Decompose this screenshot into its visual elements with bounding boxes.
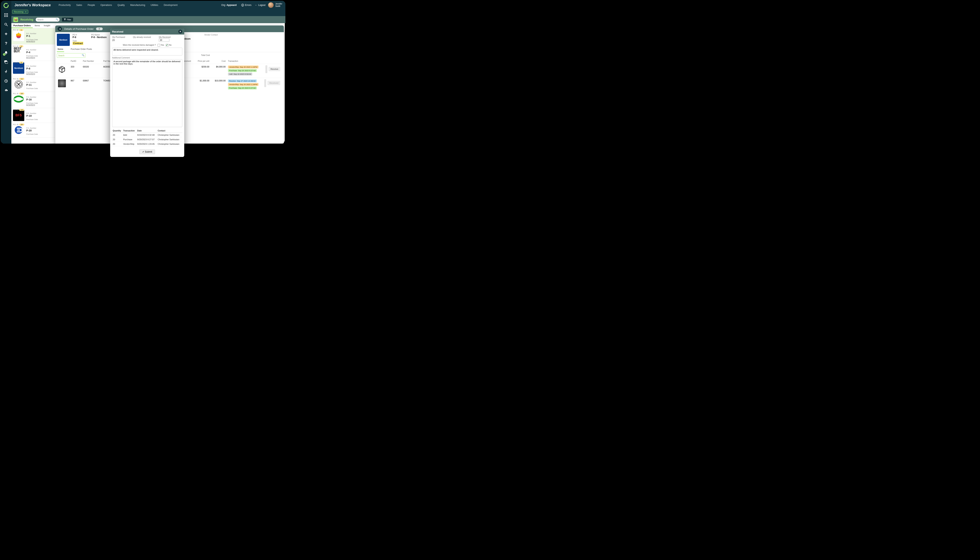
purchase-date-label: Purchase Date: [26, 55, 38, 57]
modal-header: Received ✕: [110, 28, 184, 35]
drag-handle-icon[interactable]: [264, 80, 266, 87]
po-id-label: P.O. ID19: [13, 109, 25, 111]
nav-people[interactable]: People: [88, 4, 95, 7]
module-search: 🔍: [36, 18, 60, 22]
po-list[interactable]: P.O. ID1P.O. NumberP-1Purchase Date9/26/…: [12, 28, 55, 143]
po-card[interactable]: P.O. ID16P.O. NumberP-16Purchase Date9/1…: [12, 92, 55, 108]
nav-development[interactable]: Development: [164, 4, 178, 7]
submit-button[interactable]: Submit: [140, 150, 155, 154]
filter-icon: [64, 18, 66, 21]
damaged-no-checkbox[interactable]: [166, 44, 168, 47]
txn-tag: Add -Sep 19 2023 8:32AM: [228, 73, 252, 75]
th-ppu: Price per unit: [194, 59, 211, 64]
nav-operations[interactable]: Operations: [100, 4, 112, 7]
close-icon[interactable]: ✕: [25, 11, 27, 13]
po-card[interactable]: P.O. ID8NordsonP.O. NumberP-8Purchase Da…: [12, 61, 55, 77]
search-icon[interactable]: 🔍: [82, 54, 85, 57]
search-icon[interactable]: [3, 22, 8, 27]
th-transaction: Transaction: [123, 129, 137, 133]
po-number-label: P.O. Number: [26, 112, 38, 114]
purchase-date-value: 9/26/2023: [26, 41, 38, 43]
po-card[interactable]: P.O. ID11P.O. NumberP-11Purchase Date: [12, 77, 55, 92]
po-meta: P.O. NumberP-20Purchase Date: [26, 124, 38, 136]
run-icon[interactable]: [3, 69, 8, 74]
cell-txn: VendorShip: [123, 142, 137, 146]
vendor-name-fragment: rdson: [183, 37, 191, 40]
nav-quality[interactable]: Quality: [117, 4, 125, 7]
tab-items[interactable]: Items: [33, 23, 42, 28]
additional-comment-input[interactable]: [112, 59, 182, 127]
po-id-pill: 1: [19, 29, 23, 31]
nav-manufacturing[interactable]: Manufacturing: [130, 4, 145, 7]
po-id-label: P.O. ID16: [13, 93, 25, 95]
po-card[interactable]: P.O. ID4BESTBUY.P.O. NumberP-4Purchase D…: [12, 45, 55, 61]
purchase-date-label: Purchase Date: [26, 87, 38, 90]
clock-icon[interactable]: [3, 78, 8, 83]
svg-rect-10: [7, 16, 8, 17]
tab-purchase-orders[interactable]: Purchase Orders: [12, 23, 33, 28]
nav-utilities[interactable]: Utilities: [151, 4, 158, 7]
po-id-label: P.O. ID8: [13, 62, 25, 63]
errors-button[interactable]: Errors: [241, 4, 251, 7]
po-number-value: P-11: [26, 83, 38, 86]
damaged-yes-checkbox[interactable]: [158, 44, 160, 47]
po-number-label: P.O. Number: [26, 33, 38, 35]
th-contact: Contact: [157, 129, 182, 133]
po-number-value: P-20: [26, 129, 38, 132]
alert-icon: [241, 4, 244, 7]
po-meta: P.O. NumberP-4Purchase Date9/12/2023: [26, 46, 38, 59]
cell-partnum: 00867: [82, 78, 102, 92]
arrow-left-icon: ←: [255, 4, 257, 7]
po-meta: P.O. NumberP-16Purchase Date9/19/2023: [26, 93, 38, 106]
back-button[interactable]: ➔: [58, 27, 62, 31]
po-card[interactable]: P.O. ID1P.O. NumberP-1Purchase Date9/26/…: [12, 28, 55, 45]
history-row: 20VendorShip9/20/2023 1:24:45Christopher…: [112, 142, 182, 146]
inspection-note-input[interactable]: [112, 48, 182, 55]
svg-point-16: [6, 70, 7, 71]
close-icon[interactable]: ✕: [178, 30, 182, 33]
breadcrumb-chip[interactable]: Receiving ✕: [12, 10, 28, 14]
cloud-upload-icon[interactable]: [3, 88, 8, 93]
vendor-logo: Nordson: [13, 62, 24, 74]
cell-qty: 20: [112, 137, 123, 142]
chat-icon[interactable]: [3, 60, 8, 65]
drag-handle-icon[interactable]: [266, 65, 267, 73]
po-card[interactable]: P.O. ID20P.O. NumberP-20Purchase Date: [12, 123, 55, 137]
bell-icon[interactable]: 3: [3, 50, 8, 55]
logout-button[interactable]: ←Logout: [255, 4, 266, 7]
help-icon[interactable]: ?: [3, 41, 8, 46]
cell-txn: VendorShip -Sep 20 2023 1:24PMPurchase -…: [227, 64, 261, 78]
qty-purchased-label: Qty Purchased: [112, 36, 125, 38]
purchase-date-value: 9/12/2023: [26, 57, 38, 59]
plus-icon[interactable]: +: [3, 32, 8, 37]
filter-button[interactable]: Filter: [62, 18, 73, 22]
vendor-logo: [13, 124, 24, 136]
po-number-label: P.O. Number: [26, 49, 38, 51]
tab-po-posts[interactable]: Purchase Order Posts: [70, 47, 93, 52]
nav-sales[interactable]: Sales: [76, 4, 82, 7]
purchase-date-label: Purchase Date: [26, 38, 38, 41]
svg-rect-9: [6, 16, 7, 17]
items-search-input[interactable]: [57, 53, 85, 58]
po-meta: P.O. NumberP-11Purchase Date: [26, 79, 38, 90]
tab-insight[interactable]: Insight: [42, 23, 52, 28]
svg-line-12: [7, 25, 8, 26]
txn-tag: Receive -Sep 27 2023 10:48AM: [228, 80, 257, 82]
po-number-label: P.O. Number: [26, 96, 38, 98]
svg-rect-7: [7, 15, 8, 15]
po-number-label: P.O. Number: [26, 65, 38, 67]
nav-productivity[interactable]: Productivity: [58, 4, 71, 7]
left-rail: + ? 3: [1, 1, 12, 143]
receive-button[interactable]: Receive: [269, 67, 280, 71]
tab-items-detail[interactable]: Items: [57, 47, 64, 52]
avatar[interactable]: [268, 2, 274, 8]
po-card[interactable]: P.O. ID19BFSP.O. NumberP-19Purchase Date: [12, 108, 55, 123]
qty-received-input[interactable]: [159, 38, 169, 42]
apps-icon[interactable]: [3, 13, 8, 18]
po-sidebar: Purchase Orders Items Insight P.O. ID1P.…: [12, 23, 55, 143]
po-name-value: P-8 - Nordson: [91, 36, 106, 38]
search-icon[interactable]: 🔍: [56, 18, 58, 21]
total-cost-label: Total Cost: [201, 54, 210, 56]
cell-cost: $4,000.00: [211, 64, 227, 78]
svg-rect-15: [5, 62, 8, 63]
